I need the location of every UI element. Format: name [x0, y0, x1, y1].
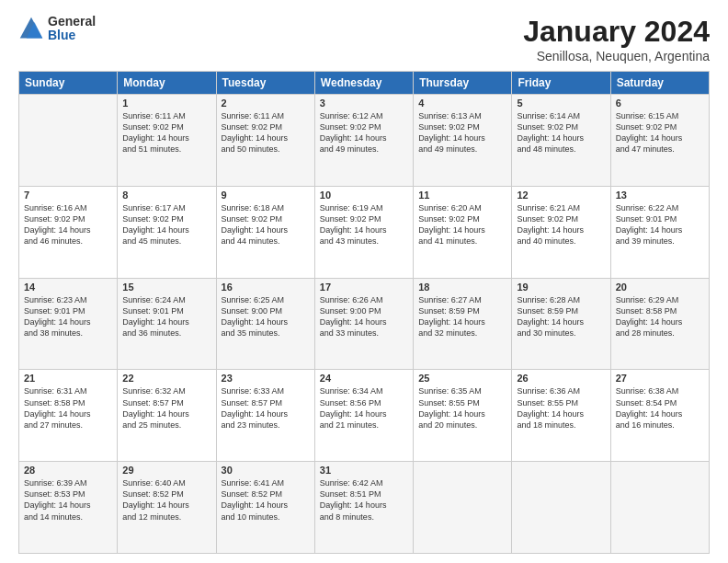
- day-number: 1: [122, 98, 210, 109]
- calendar-cell: 26Sunrise: 6:36 AM Sunset: 8:55 PM Dayli…: [512, 370, 610, 462]
- calendar-week-row: 14Sunrise: 6:23 AM Sunset: 9:01 PM Dayli…: [19, 278, 710, 370]
- calendar-cell: 10Sunrise: 6:19 AM Sunset: 9:02 PM Dayli…: [314, 186, 413, 278]
- calendar-cell: [512, 462, 610, 554]
- day-number: 21: [24, 373, 112, 384]
- header: General Blue January 2024 Senillosa, Neu…: [18, 15, 710, 63]
- day-info: Sunrise: 6:19 AM Sunset: 9:02 PM Dayligh…: [320, 202, 408, 247]
- calendar-cell: 18Sunrise: 6:27 AM Sunset: 8:59 PM Dayli…: [414, 278, 512, 370]
- calendar-week-row: 28Sunrise: 6:39 AM Sunset: 8:53 PM Dayli…: [19, 462, 710, 554]
- day-number: 2: [222, 98, 310, 109]
- logo-blue: Blue: [48, 29, 96, 42]
- day-info: Sunrise: 6:38 AM Sunset: 8:54 PM Dayligh…: [616, 385, 704, 431]
- day-number: 16: [222, 282, 310, 293]
- calendar-cell: 29Sunrise: 6:40 AM Sunset: 8:52 PM Dayli…: [118, 462, 216, 554]
- day-number: 3: [320, 98, 408, 109]
- day-number: 23: [222, 373, 310, 384]
- calendar-cell: 19Sunrise: 6:28 AM Sunset: 8:59 PM Dayli…: [512, 278, 610, 370]
- logo-text: General Blue: [48, 15, 96, 43]
- calendar-cell: 17Sunrise: 6:26 AM Sunset: 9:00 PM Dayli…: [314, 278, 413, 370]
- day-number: 4: [418, 98, 506, 109]
- calendar-cell: 22Sunrise: 6:32 AM Sunset: 8:57 PM Dayli…: [118, 370, 216, 462]
- day-number: 28: [24, 465, 112, 476]
- calendar-cell: 11Sunrise: 6:20 AM Sunset: 9:02 PM Dayli…: [414, 186, 512, 278]
- day-number: 19: [517, 282, 605, 293]
- calendar-cell: 1Sunrise: 6:11 AM Sunset: 9:02 PM Daylig…: [118, 95, 216, 187]
- day-number: 13: [616, 190, 704, 201]
- day-number: 7: [24, 190, 112, 201]
- day-info: Sunrise: 6:39 AM Sunset: 8:53 PM Dayligh…: [24, 477, 112, 523]
- logo: General Blue: [18, 15, 96, 43]
- weekday-header: Thursday: [414, 72, 512, 95]
- weekday-header: Friday: [512, 72, 610, 95]
- calendar-cell: 3Sunrise: 6:12 AM Sunset: 9:02 PM Daylig…: [314, 95, 413, 187]
- calendar-cell: 15Sunrise: 6:24 AM Sunset: 9:01 PM Dayli…: [118, 278, 216, 370]
- day-info: Sunrise: 6:23 AM Sunset: 9:01 PM Dayligh…: [24, 294, 112, 339]
- day-info: Sunrise: 6:42 AM Sunset: 8:51 PM Dayligh…: [320, 477, 408, 523]
- weekday-header: Monday: [118, 72, 216, 95]
- day-number: 11: [418, 190, 506, 201]
- calendar-cell: 14Sunrise: 6:23 AM Sunset: 9:01 PM Dayli…: [19, 278, 118, 370]
- day-number: 27: [616, 373, 704, 384]
- header-row: SundayMondayTuesdayWednesdayThursdayFrid…: [19, 72, 710, 95]
- calendar-cell: 20Sunrise: 6:29 AM Sunset: 8:58 PM Dayli…: [610, 278, 709, 370]
- subtitle: Senillosa, Neuquen, Argentina: [523, 49, 710, 63]
- logo-general: General: [48, 15, 96, 29]
- day-info: Sunrise: 6:11 AM Sunset: 9:02 PM Dayligh…: [122, 110, 210, 155]
- day-number: 24: [320, 373, 408, 384]
- calendar-cell: 2Sunrise: 6:11 AM Sunset: 9:02 PM Daylig…: [216, 95, 314, 187]
- calendar-cell: [610, 462, 709, 554]
- general-blue-icon: [18, 16, 44, 41]
- day-info: Sunrise: 6:17 AM Sunset: 9:02 PM Dayligh…: [122, 202, 210, 247]
- title-section: January 2024 Senillosa, Neuquen, Argenti…: [523, 15, 710, 63]
- day-info: Sunrise: 6:25 AM Sunset: 9:00 PM Dayligh…: [222, 294, 310, 339]
- day-number: 14: [24, 282, 112, 293]
- calendar-week-row: 1Sunrise: 6:11 AM Sunset: 9:02 PM Daylig…: [19, 95, 710, 187]
- day-number: 12: [517, 190, 605, 201]
- day-info: Sunrise: 6:36 AM Sunset: 8:55 PM Dayligh…: [517, 385, 605, 431]
- calendar-cell: 13Sunrise: 6:22 AM Sunset: 9:01 PM Dayli…: [610, 186, 709, 278]
- day-info: Sunrise: 6:16 AM Sunset: 9:02 PM Dayligh…: [24, 202, 112, 247]
- calendar-week-row: 21Sunrise: 6:31 AM Sunset: 8:58 PM Dayli…: [19, 370, 710, 462]
- calendar-cell: 31Sunrise: 6:42 AM Sunset: 8:51 PM Dayli…: [314, 462, 413, 554]
- day-number: 22: [122, 373, 210, 384]
- day-info: Sunrise: 6:33 AM Sunset: 8:57 PM Dayligh…: [222, 385, 310, 431]
- day-info: Sunrise: 6:11 AM Sunset: 9:02 PM Dayligh…: [222, 110, 310, 155]
- weekday-header: Saturday: [610, 72, 709, 95]
- calendar-cell: 9Sunrise: 6:18 AM Sunset: 9:02 PM Daylig…: [216, 186, 314, 278]
- day-number: 9: [222, 190, 310, 201]
- day-info: Sunrise: 6:31 AM Sunset: 8:58 PM Dayligh…: [24, 385, 112, 431]
- calendar-table: SundayMondayTuesdayWednesdayThursdayFrid…: [18, 71, 710, 554]
- day-info: Sunrise: 6:27 AM Sunset: 8:59 PM Dayligh…: [418, 294, 506, 339]
- day-number: 6: [616, 98, 704, 109]
- day-number: 30: [222, 465, 310, 476]
- calendar-cell: 25Sunrise: 6:35 AM Sunset: 8:55 PM Dayli…: [414, 370, 512, 462]
- calendar-cell: 24Sunrise: 6:34 AM Sunset: 8:56 PM Dayli…: [314, 370, 413, 462]
- calendar-cell: 7Sunrise: 6:16 AM Sunset: 9:02 PM Daylig…: [19, 186, 118, 278]
- main-title: January 2024: [523, 15, 710, 49]
- weekday-header: Tuesday: [216, 72, 314, 95]
- day-info: Sunrise: 6:32 AM Sunset: 8:57 PM Dayligh…: [122, 385, 210, 431]
- day-number: 8: [122, 190, 210, 201]
- day-number: 5: [517, 98, 605, 109]
- calendar-cell: 28Sunrise: 6:39 AM Sunset: 8:53 PM Dayli…: [19, 462, 118, 554]
- day-number: 18: [418, 282, 506, 293]
- calendar-cell: [414, 462, 512, 554]
- day-info: Sunrise: 6:13 AM Sunset: 9:02 PM Dayligh…: [418, 110, 506, 155]
- calendar-cell: 30Sunrise: 6:41 AM Sunset: 8:52 PM Dayli…: [216, 462, 314, 554]
- day-info: Sunrise: 6:26 AM Sunset: 9:00 PM Dayligh…: [320, 294, 408, 339]
- calendar-cell: 12Sunrise: 6:21 AM Sunset: 9:02 PM Dayli…: [512, 186, 610, 278]
- day-info: Sunrise: 6:41 AM Sunset: 8:52 PM Dayligh…: [222, 477, 310, 523]
- day-info: Sunrise: 6:15 AM Sunset: 9:02 PM Dayligh…: [616, 110, 704, 155]
- day-number: 25: [418, 373, 506, 384]
- page: General Blue January 2024 Senillosa, Neu…: [0, 0, 728, 563]
- day-info: Sunrise: 6:40 AM Sunset: 8:52 PM Dayligh…: [122, 477, 210, 523]
- calendar-cell: 5Sunrise: 6:14 AM Sunset: 9:02 PM Daylig…: [512, 95, 610, 187]
- calendar-cell: 4Sunrise: 6:13 AM Sunset: 9:02 PM Daylig…: [414, 95, 512, 187]
- weekday-header: Wednesday: [314, 72, 413, 95]
- day-info: Sunrise: 6:22 AM Sunset: 9:01 PM Dayligh…: [616, 202, 704, 247]
- calendar-cell: 27Sunrise: 6:38 AM Sunset: 8:54 PM Dayli…: [610, 370, 709, 462]
- calendar-cell: 21Sunrise: 6:31 AM Sunset: 8:58 PM Dayli…: [19, 370, 118, 462]
- day-number: 15: [122, 282, 210, 293]
- day-info: Sunrise: 6:20 AM Sunset: 9:02 PM Dayligh…: [418, 202, 506, 247]
- weekday-header: Sunday: [19, 72, 118, 95]
